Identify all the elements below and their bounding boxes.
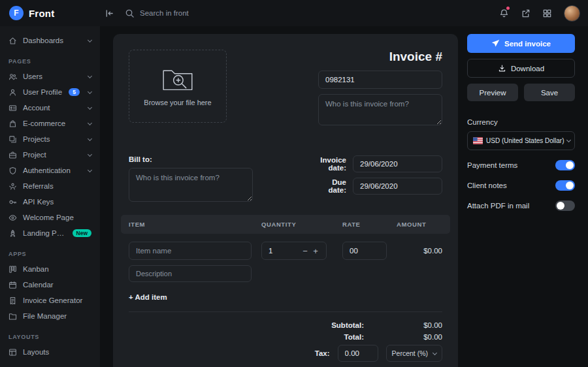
id-card-icon [8,104,17,112]
global-search[interactable] [125,8,277,18]
search-input[interactable] [140,9,277,17]
sidebar-item-ecommerce[interactable]: E-commerce [0,116,100,131]
upload-label: Browse your file here [144,99,211,106]
topbar: F Front [0,0,588,26]
sidebar-item-landing-page[interactable]: Landing Page New [0,225,100,241]
sidebar-item-file-manager[interactable]: File Manager [0,308,100,324]
send-invoice-label: Send invoice [504,40,551,48]
chevron-down-icon [88,120,92,125]
chevron-down-icon [566,138,571,142]
chevron-down-icon [88,37,92,42]
avatar[interactable] [564,5,580,22]
sidebar-item-welcome-page[interactable]: Welcome Page [0,210,100,225]
sidebar-item-projects[interactable]: Projects [0,131,100,147]
sidebar-item-layouts[interactable]: Layouts [0,344,100,360]
quantity-value: 1 [269,247,300,255]
due-date-input[interactable] [353,178,442,195]
send-invoice-button[interactable]: Send invoice [467,34,575,53]
quantity-decrement-button[interactable]: − [300,246,310,256]
currency-select[interactable]: USD (United States Dollar) [467,131,575,150]
item-row: 1 − + $0.00 [129,242,442,260]
apps-grid-button[interactable] [538,4,556,22]
shopping-bag-icon [8,120,17,128]
items-table-header: Item Quantity Rate Amount [121,215,450,234]
receipt-icon [8,296,17,305]
notifications-button[interactable] [495,4,513,22]
sidebar-item-label: Calendar [23,281,91,289]
chevron-down-icon [88,73,92,78]
client-notes-label: Client notes [467,182,507,189]
item-name-input[interactable] [129,242,252,260]
divider [129,311,442,312]
sidebar-item-kanban[interactable]: Kanban [0,261,100,277]
chevron-down-icon [88,152,92,156]
tax-unit-select[interactable]: Percent (%) [386,345,442,362]
sidebar-item-user-profile[interactable]: User Profile 5 [0,84,100,100]
section-header-apps: Apps [0,241,100,261]
sidebar-item-referrals[interactable]: Referrals [0,178,100,194]
tax-input[interactable] [338,345,378,362]
layout-icon [8,348,17,357]
users-icon [8,72,17,81]
sidebar-item-dashboards[interactable]: Dashboards [0,33,100,48]
quantity-increment-button[interactable]: + [310,246,321,256]
sidebar-item-label: User Profile [23,88,63,96]
payment-terms-row: Payment terms [467,160,575,170]
invoice-date-input[interactable] [353,155,442,172]
quantity-stepper[interactable]: 1 − + [261,242,327,260]
sidebar-item-project[interactable]: Project [0,147,100,163]
client-notes-toggle[interactable] [555,180,575,191]
home-icon [8,37,17,45]
subtotal-value: $0.00 [372,321,442,329]
count-badge: 5 [69,88,80,96]
sidebar-item-label: Projects [23,135,82,143]
sidebar-item-label: Users [23,72,82,80]
sidebar: Dashboards Pages Users User Profile 5 Ac… [0,26,100,367]
sidebar-item-invoice-generator[interactable]: Invoice Generator [0,293,100,308]
sidebar-collapse-button[interactable] [100,4,118,22]
save-button[interactable]: Save [524,84,575,101]
sidebar-item-api-keys[interactable]: API Keys [0,194,100,210]
file-upload-dropzone[interactable]: Browse your file here [129,50,227,123]
invoice-number-input[interactable] [318,71,442,89]
attach-pdf-row: Attach PDF in mail [467,200,575,211]
search-icon [125,8,135,18]
description-input[interactable] [129,265,252,282]
sidebar-item-calendar[interactable]: Calendar [0,277,100,293]
column-quantity: Quantity [261,221,342,228]
add-item-button[interactable]: + Add item [129,293,167,301]
sidebar-item-users[interactable]: Users [0,69,100,84]
bill-to-textarea[interactable] [129,168,253,202]
sidebar-item-authentication[interactable]: Authentication [0,163,100,178]
chevron-down-icon [88,89,92,93]
totals-block: Subtotal: $0.00 Total: $0.00 Tax: Percen… [129,321,442,362]
attach-pdf-toggle[interactable] [555,200,575,211]
rocket-icon [8,229,17,238]
brand-name: Front [29,8,54,19]
sidebar-item-label: Landing Page [23,229,67,237]
preview-button[interactable]: Preview [467,84,518,101]
referral-icon [8,182,17,191]
sidebar-item-account[interactable]: Account [0,100,100,116]
briefcase-icon [8,151,17,159]
column-amount: Amount [397,221,442,228]
column-rate: Rate [342,221,397,228]
brand[interactable]: F Front [0,6,100,20]
new-badge: New [73,229,91,237]
invoice-card: Browse your file here Invoice # Bill to:… [113,34,458,367]
paper-plane-icon [491,39,500,48]
currency-value: USD (United States Dollar) [486,137,564,144]
rate-input[interactable] [342,242,387,260]
sidebar-item-label: API Keys [23,198,91,206]
client-notes-row: Client notes [467,180,575,191]
download-button[interactable]: Download [467,59,575,78]
launch-button[interactable] [516,4,534,22]
sidebar-collapse-icon [105,8,114,18]
payment-terms-toggle[interactable] [555,160,575,170]
folder-search-icon [161,66,195,92]
notification-dot [506,7,510,10]
sidebar-item-label: Layouts [23,348,91,356]
shield-icon [8,167,17,175]
invoice-from-textarea[interactable] [318,94,442,125]
folder-icon [8,312,17,321]
